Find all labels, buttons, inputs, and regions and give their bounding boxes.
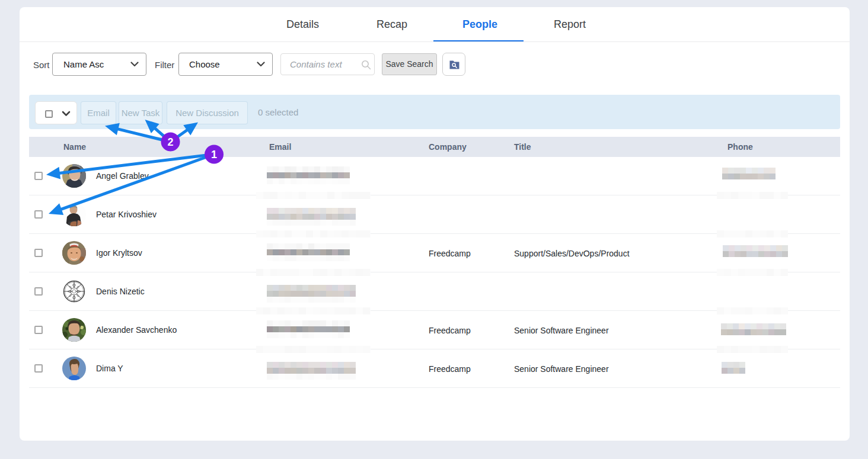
- svg-text:2: 2: [167, 136, 173, 148]
- svg-text:1: 1: [211, 149, 217, 161]
